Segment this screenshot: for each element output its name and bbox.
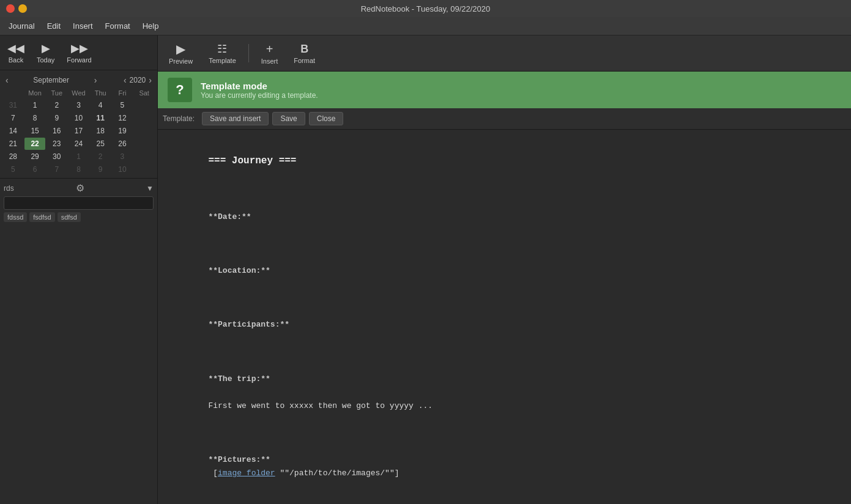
tag-item[interactable]: fdssd xyxy=(4,212,27,222)
menu-insert[interactable]: Insert xyxy=(67,19,99,33)
forward-button[interactable]: ▶▶ Forward xyxy=(62,39,96,66)
cal-day[interactable]: 18 xyxy=(90,125,111,137)
cal-day xyxy=(133,99,155,111)
cal-day[interactable]: 21 xyxy=(2,138,24,150)
main-layout: ◀◀ Back ▶ Today ▶▶ Forward ‹ September › xyxy=(0,35,851,504)
format-icon: B xyxy=(300,43,308,56)
editor-pictures-content: [ xyxy=(208,469,218,478)
format-label: Format xyxy=(294,57,315,64)
template-mode-subtitle: You are currently editing a template. xyxy=(201,91,841,100)
cal-day[interactable]: 25 xyxy=(90,138,111,150)
forward-icon: ▶▶ xyxy=(71,42,88,55)
preview-button[interactable]: ▶ Preview xyxy=(163,39,199,67)
window-title: RedNotebook - Tuesday, 09/22/2020 xyxy=(361,4,491,13)
cal-day[interactable]: 30 xyxy=(46,150,67,163)
tags-dropdown-icon[interactable]: ▼ xyxy=(146,184,154,193)
cal-day[interactable]: 6 xyxy=(24,163,46,176)
editor-image-link[interactable]: image folder xyxy=(218,469,275,478)
cal-day[interactable]: 23 xyxy=(46,138,67,150)
cal-day[interactable]: 26 xyxy=(112,138,133,150)
cal-header-thu: Thu xyxy=(90,87,111,98)
cal-day-11[interactable]: 11 xyxy=(90,112,111,124)
tags-section: rds ⚙ ▼ fdssd fsdfsd sdfsd xyxy=(0,178,157,226)
tag-item[interactable]: sdfsd xyxy=(58,212,81,222)
template-icon: ☷ xyxy=(217,42,227,56)
cal-day[interactable]: 10 xyxy=(68,112,89,124)
cal-header-week xyxy=(2,87,24,98)
cal-day[interactable]: 14 xyxy=(2,125,24,137)
cal-day[interactable]: 4 xyxy=(90,99,111,111)
menu-format[interactable]: Format xyxy=(99,19,136,33)
titlebar: RedNotebook - Tuesday, 09/22/2020 xyxy=(0,0,851,17)
cal-day[interactable]: 16 xyxy=(46,125,67,137)
cal-day[interactable]: 5 xyxy=(2,163,24,176)
menu-help[interactable]: Help xyxy=(136,19,165,33)
tags-list: fdssd fsdfsd sdfsd xyxy=(4,212,154,222)
tags-icon: ⚙ xyxy=(76,182,84,194)
editor-heading: === Journey === xyxy=(208,155,296,166)
editor-participants-field: **Participants:** xyxy=(208,320,289,329)
calendar-header: ‹ September › ‹ 2020 › xyxy=(2,73,155,87)
tag-item[interactable]: fsdfsd xyxy=(29,212,54,222)
menubar: Journal Edit Insert Format Help xyxy=(0,17,851,35)
cal-day[interactable]: 29 xyxy=(24,150,46,163)
editor-pictures-label: **Pictures:** xyxy=(208,455,270,464)
cal-day-22[interactable]: 22 xyxy=(24,138,46,150)
save-button[interactable]: Save xyxy=(272,112,305,125)
sidebar-nav: ◀◀ Back ▶ Today ▶▶ Forward xyxy=(0,35,157,70)
editor-date-field: **Date:** xyxy=(208,212,251,221)
tags-search-input[interactable] xyxy=(4,196,154,210)
cal-day[interactable]: 2 xyxy=(90,150,111,163)
cal-day[interactable]: 3 xyxy=(68,99,89,111)
cal-day[interactable]: 31 xyxy=(2,99,24,111)
cal-day[interactable]: 5 xyxy=(112,99,133,111)
cal-day[interactable]: 9 xyxy=(90,163,111,176)
cal-day[interactable]: 15 xyxy=(24,125,46,137)
close-button[interactable]: Close xyxy=(309,112,344,125)
tags-title: rds xyxy=(4,184,14,193)
cal-day[interactable]: 7 xyxy=(2,112,24,124)
editor-trip-label: **The trip:** xyxy=(208,374,270,384)
sidebar: ◀◀ Back ▶ Today ▶▶ Forward ‹ September › xyxy=(0,35,158,504)
editor-trip-content: First we went to xxxxx then we got to yy… xyxy=(208,401,433,410)
save-and-insert-button[interactable]: Save and insert xyxy=(202,112,269,125)
calendar: ‹ September › ‹ 2020 › Mon Tue Wed Thu F… xyxy=(0,70,157,178)
cal-day[interactable]: 7 xyxy=(46,163,67,176)
editor-content: === Journey === **Date:** **Location:** … xyxy=(170,139,839,504)
cal-day[interactable]: 9 xyxy=(46,112,67,124)
cal-day[interactable]: 12 xyxy=(112,112,133,124)
year-nav: ‹ 2020 › xyxy=(122,75,154,85)
cal-day[interactable]: 10 xyxy=(112,163,133,176)
template-banner: ? Template mode You are currently editin… xyxy=(158,72,851,108)
calendar-grid: Mon Tue Wed Thu Fri Sat 31 1 2 3 4 5 7 8… xyxy=(2,87,155,176)
menu-edit[interactable]: Edit xyxy=(41,19,67,33)
cal-day[interactable]: 1 xyxy=(24,99,46,111)
cal-day[interactable]: 17 xyxy=(68,125,89,137)
cal-day[interactable]: 8 xyxy=(68,163,89,176)
window-controls xyxy=(6,4,27,13)
format-button[interactable]: B Format xyxy=(288,40,321,67)
next-month-button[interactable]: › xyxy=(92,75,99,85)
menu-journal[interactable]: Journal xyxy=(2,19,41,33)
minimize-button[interactable] xyxy=(18,4,27,13)
prev-year-button[interactable]: ‹ xyxy=(122,75,128,85)
cal-day[interactable]: 19 xyxy=(112,125,133,137)
back-button[interactable]: ◀◀ Back xyxy=(2,39,29,66)
template-mode-title: Template mode xyxy=(201,81,841,91)
cal-day[interactable]: 2 xyxy=(46,99,67,111)
cal-day[interactable]: 3 xyxy=(112,150,133,163)
today-button[interactable]: ▶ Today xyxy=(32,39,59,66)
cal-day[interactable]: 1 xyxy=(68,150,89,163)
toolbar-separator xyxy=(248,44,249,62)
close-button[interactable] xyxy=(6,4,15,13)
cal-day[interactable]: 8 xyxy=(24,112,46,124)
cal-day[interactable]: 24 xyxy=(68,138,89,150)
prev-month-button[interactable]: ‹ xyxy=(4,75,10,85)
next-year-button[interactable]: › xyxy=(147,75,154,85)
insert-button[interactable]: + Insert xyxy=(255,40,284,67)
cal-header-sat: Sat xyxy=(133,87,155,98)
editor-area[interactable]: === Journey === **Date:** **Location:** … xyxy=(158,130,851,504)
cal-day xyxy=(133,112,155,124)
template-button[interactable]: ☷ Template xyxy=(203,40,242,67)
cal-day[interactable]: 28 xyxy=(2,150,24,163)
